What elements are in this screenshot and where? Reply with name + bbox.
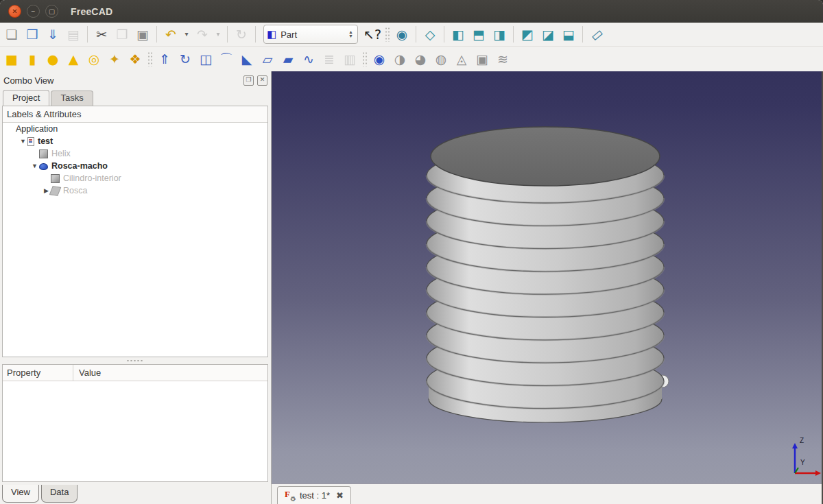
view-right-icon: ◨: [493, 28, 505, 41]
defeaturing-icon: ▣: [476, 53, 488, 66]
offset-button: ▥: [340, 49, 359, 69]
redo-button: ↷: [193, 25, 212, 44]
view-left-icon: ◪: [542, 28, 554, 41]
fillet-icon: ⌒: [220, 53, 233, 66]
sphere-icon: ●: [47, 53, 59, 66]
window-minimize-button[interactable]: −: [27, 5, 40, 18]
workbench-selector[interactable]: ◧Part▲▼: [263, 25, 358, 44]
check-geometry-button[interactable]: ◬: [452, 49, 471, 69]
new-document-button[interactable]: ❏: [2, 25, 21, 44]
3d-viewport[interactable]: ZYX: [272, 71, 822, 484]
cut-button[interactable]: ✂: [92, 25, 111, 44]
combo-view-panel: Combo View ❐ ✕ Project Tasks Labels & At…: [0, 71, 272, 504]
property-column-header[interactable]: Property: [3, 365, 73, 381]
view-bottom-button[interactable]: ⬓: [559, 25, 578, 44]
freecad-doc-icon: F⚙: [285, 490, 295, 501]
document-tab[interactable]: F⚙ test : 1* ✖: [277, 486, 351, 504]
create-primitives-button[interactable]: ✦: [105, 49, 124, 69]
toolbar-separator: [444, 26, 444, 43]
fusion-icon: [39, 163, 48, 170]
tab-tasks[interactable]: Tasks: [51, 91, 93, 106]
toolbar-grip[interactable]: [147, 51, 152, 67]
view-front-button[interactable]: ◧: [449, 25, 468, 44]
dropdown-icon: ▾: [184, 31, 188, 38]
property-editor: Property Value: [2, 364, 268, 482]
open-icon: ❒: [26, 28, 38, 41]
fit-all-button[interactable]: ◉: [392, 25, 412, 44]
revolve-button[interactable]: ↻: [176, 49, 195, 69]
ruled-surface-button[interactable]: ▱: [258, 49, 277, 69]
toolbar-separator: [255, 26, 256, 43]
tab-view[interactable]: View: [2, 485, 39, 503]
toolbar-grip[interactable]: [362, 51, 367, 67]
refresh-icon: ↻: [236, 28, 247, 41]
freecad-window: ✕ − ▢ FreeCAD ❏❒⇓▤✂❐▣↶▾↷▾↻◧Part▲▼↖?◉◇◧⬒◨…: [0, 0, 823, 504]
measure-distance-button[interactable]: ▭: [587, 25, 606, 44]
expander-open-icon[interactable]: ▼: [30, 163, 39, 169]
tab-close-icon[interactable]: ✖: [336, 490, 344, 501]
sphere-button[interactable]: ●: [43, 49, 62, 69]
tree-item-rosca[interactable]: ▶Rosca: [3, 184, 267, 197]
cylinder-button[interactable]: ▮: [23, 49, 42, 69]
part-toolbar: ■▮●▲◎✦❖⇑↻◫⌒◣▱▰∿≣▥◉◑◕◍◬▣≋: [0, 47, 823, 71]
view-top-button[interactable]: ⬒: [469, 25, 488, 44]
view-right-button[interactable]: ◨: [490, 25, 509, 44]
offset-icon: ▥: [344, 53, 356, 66]
tree-item-rosca-macho[interactable]: ▼Rosca-macho: [3, 160, 267, 172]
cylinder-icon: ▮: [29, 53, 36, 66]
panel-splitter[interactable]: [2, 357, 268, 364]
refine-shape-button[interactable]: ≋: [493, 49, 512, 69]
torus-icon: ◎: [88, 53, 100, 66]
union-button[interactable]: ◕: [411, 49, 430, 69]
save-button[interactable]: ⇓: [43, 25, 62, 44]
window-maximize-button[interactable]: ▢: [45, 5, 58, 18]
panel-close-icon[interactable]: ✕: [257, 75, 267, 86]
redo-icon: ↷: [197, 28, 208, 41]
fillet-button[interactable]: ⌒: [217, 49, 236, 69]
extrude-icon: ⇑: [159, 53, 170, 66]
sweep-button[interactable]: ∿: [299, 49, 318, 69]
toolbar-grip[interactable]: [385, 27, 390, 42]
view-left-button[interactable]: ◪: [538, 25, 558, 44]
box-button[interactable]: ■: [2, 49, 21, 69]
panel-float-icon[interactable]: ❐: [243, 75, 254, 86]
dropdown-button[interactable]: ▾: [182, 25, 191, 44]
shape-builder-button[interactable]: ❖: [126, 49, 145, 69]
axonometric-button[interactable]: ◇: [420, 25, 440, 44]
whats-this-button[interactable]: ↖?: [363, 25, 382, 44]
tree-item-label: Cilindro-interior: [63, 173, 121, 183]
tree-item-helix[interactable]: Helix: [3, 147, 267, 160]
cut-boolean-button[interactable]: ◑: [390, 49, 409, 69]
cube-gray-icon: [51, 174, 60, 183]
torus-button[interactable]: ◎: [84, 49, 104, 69]
view-rear-button[interactable]: ◩: [518, 25, 537, 44]
tab-data[interactable]: Data: [41, 485, 77, 503]
tab-project[interactable]: Project: [3, 90, 49, 106]
undo-icon: ↶: [165, 28, 176, 41]
measure-distance-icon: ▭: [588, 25, 606, 43]
common-button[interactable]: ◍: [431, 49, 451, 69]
expander-open-icon[interactable]: ▼: [19, 138, 27, 145]
chamfer-button[interactable]: ◣: [237, 49, 257, 69]
make-face-button[interactable]: ▰: [278, 49, 298, 69]
boolean-button[interactable]: ◉: [370, 49, 389, 69]
axonometric-icon: ◇: [425, 28, 436, 41]
extrude-button[interactable]: ⇑: [155, 49, 174, 69]
open-button[interactable]: ❒: [23, 25, 42, 44]
value-column-header[interactable]: Value: [73, 365, 101, 381]
cube-gray-icon: [39, 149, 48, 158]
create-primitives-icon: ✦: [109, 53, 120, 66]
cone-button[interactable]: ▲: [64, 49, 83, 69]
undo-button[interactable]: ↶: [161, 25, 180, 44]
tree-item-cilindro-interior[interactable]: Cilindro-interior: [3, 172, 267, 184]
part-cube-icon: ◧: [267, 28, 276, 40]
mirror-button[interactable]: ◫: [196, 49, 215, 69]
tree-item-test[interactable]: ▼test: [3, 135, 267, 147]
workbench-spinner-icon[interactable]: ▲▼: [348, 30, 355, 38]
window-close-button[interactable]: ✕: [8, 5, 21, 18]
view-bottom-icon: ⬓: [562, 28, 575, 41]
defeaturing-button[interactable]: ▣: [473, 49, 492, 69]
paste-button[interactable]: ▣: [133, 25, 152, 44]
whats-this-icon: ↖?: [363, 28, 381, 41]
tree-item-application[interactable]: Application: [3, 123, 267, 135]
